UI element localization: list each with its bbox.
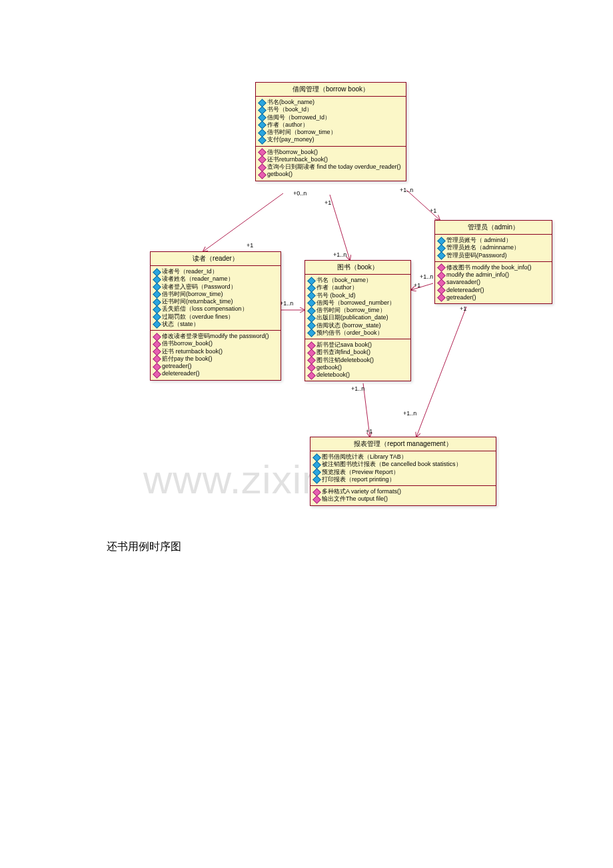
attribute-icon (438, 237, 444, 244)
op-section: 新书登记sava book() 图书查询find_book() 图书注销dele… (305, 339, 410, 381)
operation-icon (438, 294, 444, 301)
operation-icon (259, 171, 265, 178)
op-text: 还书returnback_book() (267, 156, 328, 163)
attribute-icon (313, 454, 320, 461)
operation-icon (308, 364, 314, 371)
mult-label: +1 (366, 428, 372, 435)
attribute-icon (259, 99, 265, 106)
op-section: 修改图书 modify the book_info() modify the a… (435, 262, 552, 303)
attr-text: 预约借书（order_book） (316, 329, 383, 337)
attr-section: 读者号（reader_Id） 读者姓名（reader_name） 读者登入密码（… (151, 266, 281, 331)
attr-text: 借书时间（borrow_time） (267, 129, 336, 136)
attr-text: 借阅状态 (borrow_state) (316, 322, 381, 329)
attribute-icon (259, 107, 265, 113)
attr-text: 借书时间（borrow_time） (316, 307, 386, 314)
attr-text: 出版日期(publication_date) (316, 314, 388, 321)
op-text: 输出文件The output file() (322, 495, 388, 503)
attribute-icon (153, 321, 160, 327)
uml-canvas: www.zixin.com.cn +0..n +1 +1 +1..n +1..n… (103, 77, 596, 517)
svg-line-1 (330, 195, 350, 260)
attr-text: 读者号（reader_Id） (162, 268, 218, 275)
attr-section: 书名（book_name） 作者（author） 书号 (book_Id) 借阅… (305, 275, 410, 339)
attr-text: 管理员姓名（adminname） (446, 244, 520, 251)
attribute-icon (438, 245, 444, 251)
attr-text: 书名（book_name） (316, 277, 372, 284)
attribute-icon (259, 121, 265, 128)
operation-icon (438, 279, 444, 286)
op-text: 多种格式A variety of formats() (322, 488, 401, 495)
mult-label: +1 (414, 282, 420, 289)
op-text: 修改读者登录密码modify the password() (162, 333, 269, 340)
class-title: 报表管理（report management） (310, 437, 496, 451)
svg-line-0 (203, 193, 283, 251)
attribute-icon (259, 137, 265, 143)
operation-icon (153, 355, 160, 362)
op-text: 新书登记sava book() (316, 341, 372, 349)
attribute-icon (308, 292, 314, 299)
attr-section: 管理员账号（ adminId） 管理员姓名（adminname） 管理员密码(P… (435, 235, 552, 262)
attr-text: 书号（book_Id） (267, 106, 312, 113)
op-text: savareader() (446, 279, 480, 286)
attr-text: 预览报表（Preview Report） (322, 469, 399, 476)
op-section: 借书borrow_book() 还书returnback_book() 查询今日… (256, 147, 406, 181)
attribute-icon (153, 313, 160, 320)
mult-label: +1 (460, 305, 466, 312)
operation-icon (308, 349, 314, 356)
operation-icon (153, 348, 160, 355)
class-title: 管理员（admin） (435, 221, 552, 235)
operation-icon (313, 496, 320, 503)
attribute-icon (153, 276, 160, 283)
attribute-icon (308, 329, 314, 336)
attr-text: 管理员账号（ adminId） (446, 237, 512, 244)
mult-label: +1..n (351, 385, 364, 392)
operation-icon (438, 287, 444, 293)
attr-text: 借书时间(borrow_time) (162, 291, 223, 298)
attribute-icon (313, 476, 320, 483)
mult-label: +1 (324, 199, 331, 206)
mult-label: +0..n (293, 190, 306, 197)
attribute-icon (308, 322, 314, 329)
attribute-icon (153, 283, 160, 290)
op-section: 修改读者登录密码modify the password() 借书borrow_b… (151, 331, 281, 380)
class-report-management: 报表管理（report management） 图书借阅统计表（Library … (310, 437, 496, 506)
attribute-icon (259, 114, 265, 121)
mult-label: +1 (247, 242, 253, 249)
op-text: 借书borrow_book() (267, 149, 318, 156)
attr-text: 过期罚款（overdue fines） (162, 313, 234, 321)
attr-text: 借阅号（borrowed_number） (316, 299, 395, 307)
attribute-icon (313, 469, 320, 475)
attribute-icon (308, 277, 314, 284)
attribute-icon (308, 299, 314, 306)
operation-icon (313, 489, 320, 495)
attribute-icon (308, 285, 314, 291)
operation-icon (438, 264, 444, 271)
op-text: deletereader() (446, 287, 484, 294)
op-section: 多种格式A variety of formats() 输出文件The outpu… (310, 486, 496, 505)
op-text: deletereader() (162, 370, 200, 377)
mult-label: +1..n (403, 410, 416, 417)
op-text: getreader() (446, 294, 476, 301)
mult-label: +1..n (333, 251, 346, 258)
attr-text: 打印报表（report printing） (322, 476, 395, 483)
operation-icon (308, 342, 314, 349)
class-title: 借阅管理（borrow book） (256, 83, 406, 97)
op-text: modify the admin_info() (446, 271, 509, 279)
op-text: 查询今日到期读者 find the today overdue_reader() (267, 163, 401, 171)
attr-text: 图书借阅统计表（Library TAB） (322, 453, 407, 461)
operation-icon (259, 156, 265, 163)
op-text: 还书 returnback book() (162, 348, 223, 355)
mult-label: +1..n (420, 273, 433, 280)
attribute-icon (153, 299, 160, 305)
class-title: 图书（book） (305, 261, 410, 275)
attr-text: 支付(pay_money) (267, 136, 314, 143)
op-text: getbook() (316, 364, 342, 371)
class-reader: 读者（reader） 读者号（reader_Id） 读者姓名（reader_na… (150, 251, 281, 381)
operation-icon (438, 272, 444, 279)
op-text: getreader() (162, 363, 192, 370)
attr-text: 作者（author） (316, 284, 358, 291)
attr-text: 被注销图书统计报表（Be cancelled book statistics） (322, 461, 462, 468)
operation-icon (153, 341, 160, 347)
attr-section: 图书借阅统计表（Library TAB） 被注销图书统计报表（Be cancel… (310, 451, 496, 486)
attribute-icon (153, 269, 160, 275)
operation-icon (308, 357, 314, 363)
